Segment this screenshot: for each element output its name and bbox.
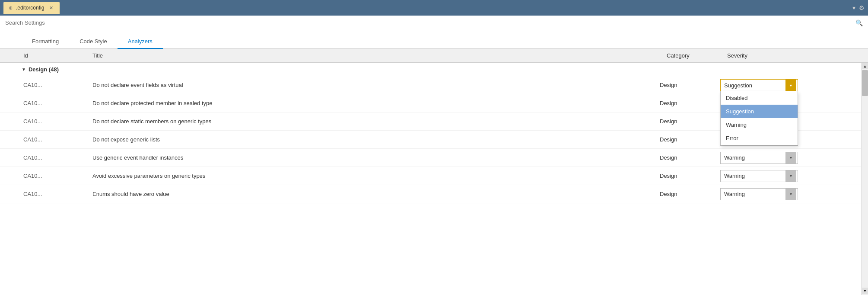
dropdown-item-disabled[interactable]: Disabled xyxy=(721,91,798,105)
scrollbar-up-button[interactable]: ▲ xyxy=(862,63,868,69)
search-input[interactable] xyxy=(5,19,863,26)
row-title: Do not expose generic lists xyxy=(91,135,658,144)
dropdown-item-suggestion[interactable]: Suggestion xyxy=(721,105,798,118)
dropdown-value: Warning xyxy=(724,191,745,197)
col-header-spacer xyxy=(829,51,846,60)
tab-codestyle[interactable]: Code Style xyxy=(69,35,118,49)
row-title: Enums should have zero value xyxy=(91,189,658,199)
group-header-design[interactable]: ▼ Design (48) xyxy=(0,63,861,76)
row-severity-cell: Warning ▾ xyxy=(719,168,822,184)
table-header: Id Title Category Severity xyxy=(0,49,868,63)
row-id: CA10... xyxy=(22,80,91,90)
row-id: CA10... xyxy=(22,189,91,199)
dropdown-arrow-icon: ▾ xyxy=(785,152,796,164)
row-id: CA10... xyxy=(22,135,91,144)
tab-pin-icon: ⊕ xyxy=(9,5,13,11)
row-title: Do not declare protected member in seale… xyxy=(91,98,658,108)
row-title: Avoid excessive parameters on generic ty… xyxy=(91,171,658,181)
table-body: ▼ Design (48) CA10... Do not declare eve… xyxy=(0,63,861,295)
dropdown-button[interactable]: Warning ▾ xyxy=(720,170,798,182)
dropdown-button[interactable]: Suggestion ▾ xyxy=(720,79,798,91)
settings-icon[interactable]: ⚙ xyxy=(859,4,865,11)
dropdown-arrow-icon: ▾ xyxy=(785,170,796,182)
row-category: Design xyxy=(658,116,719,126)
col-header-category: Category xyxy=(665,51,725,60)
dropdown-value: Suggestion xyxy=(724,82,752,89)
row-severity-cell: Suggestion ▾ Disabled Suggestion xyxy=(719,77,822,93)
severity-dropdown[interactable]: Suggestion ▾ Disabled Suggestion xyxy=(720,79,798,91)
row-title: Use generic event handler instances xyxy=(91,153,658,163)
tab-formatting[interactable]: Formatting xyxy=(22,35,69,49)
row-title: Do not declare event fields as virtual xyxy=(91,80,658,90)
nav-tabs: Formatting Code Style Analyzers xyxy=(0,30,868,49)
col-header-id: Id xyxy=(22,51,91,60)
row-category: Design xyxy=(658,135,719,144)
content-area: ▼ Design (48) CA10... Do not declare eve… xyxy=(0,63,861,295)
dropdown-value: Warning xyxy=(724,154,745,161)
row-category: Design xyxy=(658,153,719,163)
scrollbar-down-button[interactable]: ▼ xyxy=(862,288,868,294)
col-header-title: Title xyxy=(91,51,665,60)
tab-analyzers[interactable]: Analyzers xyxy=(118,35,163,49)
scrollbar[interactable]: ▲ ▼ xyxy=(861,63,868,295)
title-bar: ⊕ .editorconfig ✕ ▾ ⚙ xyxy=(0,0,868,16)
dropdown-button[interactable]: Warning ▾ xyxy=(720,188,798,200)
severity-dropdown[interactable]: Warning ▾ xyxy=(720,152,798,164)
search-icon: 🔍 xyxy=(855,19,863,26)
row-id: CA10... xyxy=(22,171,91,181)
editor-tab[interactable]: ⊕ .editorconfig ✕ xyxy=(3,2,60,14)
severity-dropdown[interactable]: Warning ▾ xyxy=(720,170,798,182)
table-wrapper: ▼ Design (48) CA10... Do not declare eve… xyxy=(0,63,868,295)
severity-dropdown[interactable]: Warning ▾ xyxy=(720,188,798,200)
group-collapse-icon: ▼ xyxy=(22,67,26,72)
row-category: Design xyxy=(658,189,719,199)
dropdown-arrow-icon: ▾ xyxy=(785,189,796,200)
row-id: CA10... xyxy=(22,153,91,163)
row-id: CA10... xyxy=(22,116,91,126)
row-category: Design xyxy=(658,98,719,108)
dropdown-arrow-icon: ▾ xyxy=(785,80,796,91)
title-bar-controls: ▾ ⚙ xyxy=(852,4,865,11)
dropdown-value: Warning xyxy=(724,173,745,179)
tab-label: .editorconfig xyxy=(16,5,44,11)
tab-close-button[interactable]: ✕ xyxy=(48,4,54,11)
col-header-severity: Severity xyxy=(725,51,829,60)
row-title: Do not declare static members on generic… xyxy=(91,116,658,126)
table-row: CA10... Use generic event handler instan… xyxy=(0,149,861,167)
row-id: CA10... xyxy=(22,98,91,108)
dropdown-item-warning[interactable]: Warning xyxy=(721,118,798,131)
row-category: Design xyxy=(658,80,719,90)
table-row: CA10... Avoid excessive parameters on ge… xyxy=(0,167,861,185)
group-label: Design (48) xyxy=(29,66,59,73)
search-bar: 🔍 xyxy=(0,16,868,30)
row-severity-cell: Warning ▾ xyxy=(719,186,822,202)
main-content: Formatting Code Style Analyzers Id Title… xyxy=(0,30,868,295)
row-severity-cell: Warning ▾ xyxy=(719,150,822,166)
table-row: CA10... Do not declare event fields as v… xyxy=(0,76,861,94)
row-category: Design xyxy=(658,171,719,181)
dropdown-button[interactable]: Warning ▾ xyxy=(720,152,798,164)
dropdown-item-error[interactable]: Error xyxy=(721,131,798,145)
dropdown-list: Disabled Suggestion Warning Error xyxy=(720,91,798,145)
dropdown-arrow-icon[interactable]: ▾ xyxy=(852,4,855,11)
table-row: CA10... Enums should have zero value Des… xyxy=(0,185,861,203)
scrollbar-thumb[interactable] xyxy=(862,70,868,96)
